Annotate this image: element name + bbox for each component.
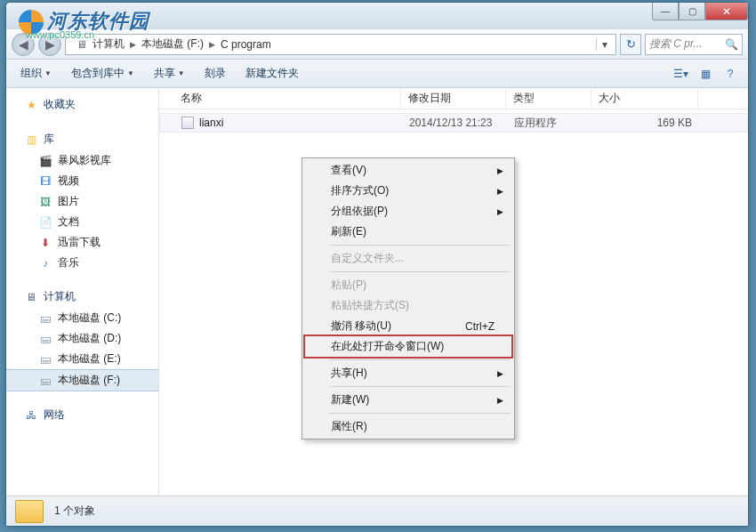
- ctx-share[interactable]: 共享(H)▶: [304, 363, 512, 383]
- view-options-button[interactable]: ☰▾: [670, 64, 691, 84]
- breadcrumb-drive[interactable]: 本地磁盘 (F:): [136, 36, 209, 52]
- burn-button[interactable]: 刻录: [197, 63, 233, 84]
- chevron-right-icon: ▶: [497, 396, 503, 405]
- library-icon: ▥: [24, 133, 38, 147]
- object-count: 1 个对象: [54, 504, 95, 519]
- separator: [329, 413, 511, 414]
- music-icon: ♪: [38, 256, 52, 270]
- folder-icon: [15, 500, 44, 523]
- sidebar-item-storm[interactable]: 🎬暴风影视库: [6, 150, 158, 171]
- file-date: 2014/12/13 21:23: [402, 117, 507, 129]
- sidebar-drive-f[interactable]: 🖴本地磁盘 (F:): [6, 369, 158, 391]
- chevron-right-icon: ▶: [497, 187, 503, 196]
- chevron-right-icon: ▶: [497, 166, 503, 175]
- new-folder-button[interactable]: 新建文件夹: [238, 63, 306, 84]
- ctx-undo[interactable]: 撤消 移动(U)Ctrl+Z: [304, 316, 512, 336]
- col-size[interactable]: 大小: [591, 88, 698, 109]
- search-placeholder: 搜索 C pr...: [649, 36, 703, 52]
- drive-icon: 🖴: [38, 374, 52, 388]
- separator: [329, 386, 511, 387]
- separator: [329, 359, 511, 360]
- ctx-refresh[interactable]: 刷新(E): [304, 222, 512, 242]
- ctx-customize: 自定义文件夹...: [304, 248, 512, 269]
- col-type[interactable]: 类型: [506, 88, 591, 109]
- refresh-button[interactable]: ↻: [620, 34, 641, 55]
- minimize-button[interactable]: —: [652, 3, 679, 20]
- file-type: 应用程序: [507, 116, 592, 131]
- forward-button[interactable]: ▶: [38, 33, 61, 56]
- breadcrumb-dropdown[interactable]: ▾: [596, 38, 612, 51]
- sidebar-item-documents[interactable]: 📄文档: [6, 212, 158, 232]
- share-menu[interactable]: 共享▼: [147, 63, 192, 84]
- breadcrumb-computer[interactable]: 🖥计算机: [69, 36, 130, 52]
- file-name: lianxi: [199, 117, 223, 129]
- computer-icon: 🖥: [75, 37, 89, 52]
- ctx-sort[interactable]: 排序方式(O)▶: [304, 181, 512, 201]
- separator: [329, 271, 511, 272]
- sidebar-network[interactable]: 🖧网络: [6, 404, 158, 426]
- drive-icon: 🖴: [38, 332, 52, 346]
- search-icon[interactable]: 🔍: [725, 38, 738, 51]
- sidebar-libraries[interactable]: ▥库: [6, 128, 158, 150]
- ctx-view[interactable]: 查看(V)▶: [304, 160, 512, 181]
- col-date[interactable]: 修改日期: [401, 88, 506, 109]
- preview-pane-button[interactable]: ▦: [695, 64, 716, 84]
- breadcrumb[interactable]: 🖥计算机▶ 本地磁盘 (F:)▶ C program ▾: [65, 34, 616, 55]
- computer-icon: 🖥: [24, 290, 38, 304]
- shortcut-label: Ctrl+Z: [465, 320, 495, 333]
- back-button[interactable]: ◀: [12, 33, 35, 56]
- download-icon: ⬇: [38, 236, 52, 250]
- sidebar-item-music[interactable]: ♪音乐: [6, 253, 158, 273]
- file-row[interactable]: lianxi 2014/12/13 21:23 应用程序 169 KB: [159, 113, 748, 133]
- chevron-right-icon: ▶: [497, 207, 503, 216]
- column-headers: 名称 修改日期 类型 大小: [159, 88, 748, 109]
- sidebar: ★收藏夹 ▥库 🎬暴风影视库 🎞视频 🖼图片 📄文档 ⬇迅雷下载 ♪音乐 🖥计算…: [6, 88, 159, 496]
- organize-menu[interactable]: 组织▼: [13, 63, 59, 84]
- sidebar-item-thunder[interactable]: ⬇迅雷下载: [6, 232, 158, 253]
- sidebar-item-pictures[interactable]: 🖼图片: [6, 191, 158, 212]
- sidebar-item-videos[interactable]: 🎞视频: [6, 171, 158, 191]
- ctx-open-cmd-here[interactable]: 在此处打开命令窗口(W): [304, 336, 512, 357]
- close-button[interactable]: ✕: [705, 3, 748, 20]
- ctx-paste-shortcut: 粘贴快捷方式(S): [304, 295, 512, 316]
- help-button[interactable]: ?: [720, 64, 741, 84]
- chevron-right-icon: ▶: [497, 369, 503, 378]
- separator: [329, 245, 511, 246]
- ctx-new[interactable]: 新建(W)▶: [304, 390, 512, 410]
- window-controls: — ▢ ✕: [652, 3, 748, 20]
- video-icon: 🎬: [38, 154, 52, 168]
- breadcrumb-folder[interactable]: C program: [215, 38, 277, 51]
- titlebar[interactable]: — ▢ ✕: [6, 3, 748, 29]
- file-size: 169 KB: [592, 117, 699, 129]
- ctx-group[interactable]: 分组依据(P)▶: [304, 201, 512, 222]
- toolbar: 组织▼ 包含到库中▼ 共享▼ 刻录 新建文件夹 ☰▾ ▦ ?: [6, 60, 748, 88]
- maximize-button[interactable]: ▢: [679, 3, 705, 20]
- picture-icon: 🖼: [38, 195, 52, 209]
- sidebar-drive-e[interactable]: 🖴本地磁盘 (E:): [6, 349, 158, 369]
- status-bar: 1 个对象: [6, 496, 748, 526]
- sidebar-drive-d[interactable]: 🖴本地磁盘 (D:): [6, 328, 158, 349]
- network-icon: 🖧: [24, 408, 38, 423]
- context-menu: 查看(V)▶ 排序方式(O)▶ 分组依据(P)▶ 刷新(E) 自定义文件夹...…: [302, 157, 515, 439]
- exe-icon: [181, 117, 194, 129]
- video-icon: 🎞: [38, 174, 52, 189]
- search-input[interactable]: 搜索 C pr... 🔍: [645, 34, 743, 55]
- document-icon: 📄: [38, 215, 52, 230]
- include-library-menu[interactable]: 包含到库中▼: [64, 63, 141, 84]
- drive-icon: 🖴: [38, 311, 52, 326]
- ctx-paste: 粘贴(P): [304, 275, 512, 295]
- navbar: ◀ ▶ 🖥计算机▶ 本地磁盘 (F:)▶ C program ▾ ↻ 搜索 C …: [6, 29, 748, 60]
- chevron-right-icon[interactable]: ▶: [130, 40, 136, 49]
- star-icon: ★: [24, 98, 38, 112]
- sidebar-computer[interactable]: 🖥计算机: [6, 286, 158, 308]
- ctx-properties[interactable]: 属性(R): [304, 416, 512, 437]
- col-name[interactable]: 名称: [173, 88, 401, 109]
- chevron-right-icon[interactable]: ▶: [209, 40, 215, 49]
- sidebar-favorites[interactable]: ★收藏夹: [6, 93, 158, 116]
- explorer-window: 河东软件园 www.pc0359.cn — ▢ ✕ ◀ ▶ 🖥计算机▶ 本地磁盘…: [5, 2, 749, 527]
- sidebar-drive-c[interactable]: 🖴本地磁盘 (C:): [6, 308, 158, 328]
- drive-icon: 🖴: [38, 352, 52, 367]
